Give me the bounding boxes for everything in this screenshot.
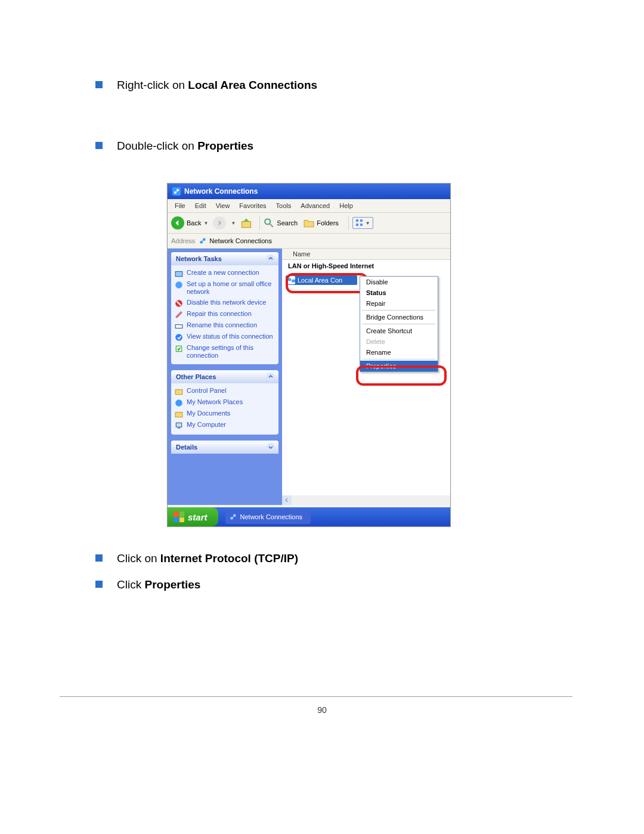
instruction-step-1: Right-click on Local Area Connections: [95, 77, 561, 93]
step2-bold: Properties: [197, 139, 253, 152]
ctx-repair[interactable]: Repair: [360, 298, 438, 309]
svg-rect-21: [175, 413, 182, 417]
menu-help[interactable]: Help: [335, 202, 358, 209]
task-view-status[interactable]: View status of this connection: [175, 331, 275, 343]
ctx-disable[interactable]: Disable: [360, 277, 438, 287]
up-folder-icon[interactable]: [240, 217, 252, 229]
svg-rect-24: [287, 278, 291, 281]
task-change-settings[interactable]: Change settings of this connection: [175, 343, 275, 361]
menu-bar: File Edit View Favorites Tools Advanced …: [168, 199, 450, 213]
item-local-area-connection[interactable]: Local Area Con: [286, 275, 357, 285]
task-setup-network[interactable]: Set up a home or small office network: [175, 279, 275, 297]
ctx-rename[interactable]: Rename: [360, 347, 438, 358]
scroll-left-icon[interactable]: [282, 495, 292, 505]
network-connections-icon: [229, 513, 237, 521]
menu-advanced[interactable]: Advanced: [296, 202, 335, 209]
content-pane: Name LAN or High-Speed Internet Local Ar…: [282, 249, 450, 505]
ctx-separator: [363, 324, 435, 324]
instruction-step-2: Double-click on Properties: [95, 138, 561, 154]
back-label[interactable]: Back: [187, 219, 201, 227]
place-my-computer[interactable]: My Computer: [175, 420, 275, 431]
menu-edit[interactable]: Edit: [190, 202, 211, 209]
step2-prefix: Double-click on: [117, 139, 197, 152]
step4-prefix: Click: [117, 578, 144, 591]
place-control-panel[interactable]: Control Panel: [175, 386, 275, 397]
step3-bold: Internet Protocol (TCP/IP): [160, 552, 298, 565]
search-label[interactable]: Search: [277, 219, 298, 227]
back-dropdown-icon[interactable]: ▼: [203, 221, 208, 226]
forward-button-icon: [213, 216, 226, 230]
search-icon[interactable]: [264, 218, 274, 228]
footer-rule: [60, 696, 572, 697]
horizontal-scrollbar[interactable]: [282, 495, 450, 505]
ctx-status[interactable]: Status: [360, 287, 438, 298]
svg-rect-25: [292, 280, 295, 283]
menu-tools[interactable]: Tools: [271, 202, 296, 209]
svg-line-4: [270, 224, 273, 227]
panel-header-details[interactable]: Details: [171, 441, 278, 454]
chevron-down-icon: ▼: [366, 221, 370, 226]
task-create-connection[interactable]: Create a new connection: [175, 268, 275, 279]
collapse-icon[interactable]: [267, 373, 275, 381]
panel-other-places: Other Places Control Panel My Network Pl…: [171, 370, 278, 435]
svg-rect-22: [176, 423, 181, 427]
page-number: 90: [0, 705, 644, 715]
ctx-separator: [363, 359, 435, 359]
window-title: Network Connections: [184, 187, 258, 196]
panel-header-network-tasks[interactable]: Network Tasks: [171, 252, 278, 265]
taskbar-app-button[interactable]: Network Connections: [225, 510, 311, 524]
svg-point-3: [265, 219, 271, 225]
svg-rect-6: [360, 219, 363, 222]
step4-bold: Properties: [144, 578, 200, 591]
panel-network-tasks: Network Tasks Create a new connection Se…: [171, 252, 278, 364]
taskbar: start Network Connections: [168, 507, 450, 526]
address-label: Address: [171, 237, 195, 244]
toolbar: Back ▼ ▼ Search Folders ▼: [168, 213, 450, 234]
start-button[interactable]: start: [168, 507, 218, 526]
place-my-network[interactable]: My Network Places: [175, 397, 275, 408]
back-button-icon[interactable]: [171, 216, 184, 230]
instruction-step-4: Click Properties: [95, 577, 561, 593]
ctx-shortcut[interactable]: Create Shortcut: [360, 325, 438, 336]
bullet-icon: [95, 581, 103, 588]
panel-details: Details: [171, 441, 278, 454]
bullet-icon: [95, 142, 103, 149]
forward-dropdown-icon: ▼: [231, 221, 236, 226]
expand-icon[interactable]: [267, 443, 275, 451]
screenshot-network-connections: Network Connections File Edit View Favor…: [167, 183, 451, 527]
panel-header-other-places[interactable]: Other Places: [171, 370, 278, 383]
svg-point-13: [175, 281, 182, 289]
instruction-step-3: Click on Internet Protocol (TCP/IP): [95, 551, 561, 566]
bullet-icon: [95, 554, 103, 562]
menu-view[interactable]: View: [211, 202, 235, 209]
step3-prefix: Click on: [117, 552, 160, 565]
task-disable-device[interactable]: Disable this network device: [175, 297, 275, 309]
place-my-documents[interactable]: My Documents: [175, 408, 275, 420]
views-button[interactable]: ▼: [352, 217, 373, 229]
sidebar: Network Tasks Create a new connection Se…: [168, 249, 282, 505]
task-repair-connection[interactable]: Repair this connection: [175, 309, 275, 320]
menu-file[interactable]: File: [170, 202, 190, 209]
task-rename-connection[interactable]: Rename this connection: [175, 320, 275, 331]
svg-line-2: [175, 190, 178, 193]
ctx-bridge[interactable]: Bridge Connections: [360, 312, 438, 323]
column-header-name[interactable]: Name: [282, 249, 450, 260]
address-icon: [199, 237, 207, 245]
svg-rect-16: [175, 324, 182, 328]
step1-prefix: Right-click on: [117, 79, 188, 91]
svg-line-11: [202, 240, 205, 243]
collapse-icon[interactable]: [267, 255, 275, 263]
window-titlebar[interactable]: Network Connections: [168, 184, 450, 199]
ctx-properties[interactable]: Properties: [360, 361, 438, 371]
menu-favorites[interactable]: Favorites: [234, 202, 271, 209]
folders-label[interactable]: Folders: [317, 219, 339, 227]
svg-rect-19: [175, 390, 182, 395]
address-value[interactable]: Network Connections: [209, 237, 272, 244]
svg-rect-7: [356, 224, 358, 226]
folders-icon[interactable]: [304, 218, 314, 228]
svg-rect-23: [178, 428, 181, 429]
context-menu: Disable Status Repair Bridge Connections…: [360, 276, 438, 372]
network-connections-icon: [172, 187, 181, 196]
svg-point-20: [175, 399, 182, 407]
svg-rect-12: [175, 272, 182, 277]
